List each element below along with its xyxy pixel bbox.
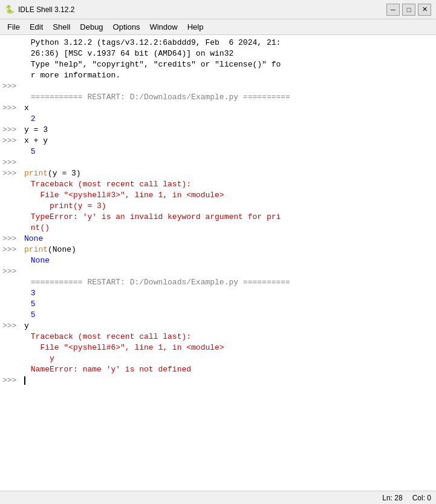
shell-line: Traceback (most recent call last): [0,332,436,342]
shell-line-content: print(None) [24,244,436,255]
menu-shell[interactable]: Shell [48,21,75,33]
shell-line: >>> [0,375,436,386]
shell-line: r more information. [0,70,436,81]
shell-prompt [0,353,31,364]
shell-line: None [0,255,436,266]
shell-prompt: >>> [0,103,24,114]
shell-line-content: 26:36) [MSC v.1937 64 bit (AMD64)] on wi… [31,48,436,59]
shell-prompt [0,179,31,190]
shell-line: Traceback (most recent call last): [0,179,436,190]
shell-prompt: >>> [0,266,24,277]
menu-options[interactable]: Options [108,21,145,33]
shell-line: y [0,353,436,364]
shell-prompt [0,223,31,234]
shell-line: Python 3.12.2 (tags/v3.12.2:6abddd9, Feb… [0,38,436,48]
shell-line-content: NameError: name 'y' is not defined [31,364,436,375]
shell-prompt [0,190,31,201]
shell-line: >>> [0,81,436,92]
shell-line-content: Python 3.12.2 (tags/v3.12.2:6abddd9, Feb… [31,38,436,48]
close-button[interactable]: ✕ [418,4,431,16]
title-bar-controls: ─ □ ✕ [386,4,431,16]
shell-prompt [0,114,31,125]
shell-prompt [0,212,31,223]
menu-file[interactable]: File [2,21,25,33]
shell-line-content: 3 [31,288,436,299]
shell-line-content: y [24,321,436,332]
shell-prompt [0,48,31,59]
shell-prompt [0,288,31,299]
shell-line: 5 [0,299,436,310]
main-area: Python 3.12.2 (tags/v3.12.2:6abddd9, Feb… [0,35,436,491]
shell-prompt [0,364,31,375]
shell-prompt: >>> [0,244,24,255]
shell-line: 5 [0,310,436,321]
shell-prompt [0,201,31,212]
shell-line-content: 5 [31,310,436,321]
shell-line-content: 5 [31,299,436,310]
shell-prompt: >>> [0,157,24,168]
shell-line-content: print(y = 3) [24,168,436,179]
shell-prompt [0,70,31,81]
shell-line-content [24,375,436,386]
shell-prompt: >>> [0,125,24,136]
shell-line: NameError: name 'y' is not defined [0,364,436,375]
shell-prompt [0,255,31,266]
title-bar: 🐍 IDLE Shell 3.12.2 ─ □ ✕ [0,0,436,19]
shell-line: >>> [0,157,436,168]
shell-line-content: y [31,353,436,364]
shell-line-content: Traceback (most recent call last): [31,332,436,342]
shell-content[interactable]: Python 3.12.2 (tags/v3.12.2:6abddd9, Feb… [0,35,436,491]
shell-line: File "<pyshell#6>", line 1, in <module> [0,342,436,353]
shell-line: TypeError: 'y' is an invalid keyword arg… [0,212,436,223]
shell-line-content: Type "help", "copyright", "credits" or "… [31,59,436,70]
shell-line: =========== RESTART: D:/Downloads/Exampl… [0,92,436,103]
line-number: Ln: 28 [382,494,402,502]
shell-line-content: 5 [31,146,436,157]
shell-line-content: None [24,234,436,244]
cursor [24,376,25,385]
shell-prompt [0,59,31,70]
app-icon: 🐍 [5,5,15,15]
shell-line: 3 [0,288,436,299]
menu-help[interactable]: Help [183,21,209,33]
shell-line-content: TypeError: 'y' is an invalid keyword arg… [31,212,436,223]
shell-prompt [0,299,31,310]
shell-line-content: =========== RESTART: D:/Downloads/Exampl… [31,277,436,288]
shell-prompt [0,277,31,288]
shell-line-content [24,157,436,168]
shell-line-content: None [31,255,436,266]
shell-line-content: File "<pyshell#6>", line 1, in <module> [31,342,436,353]
menu-edit[interactable]: Edit [25,21,48,33]
shell-line-content: y = 3 [24,125,436,136]
shell-line: >>> print(None) [0,244,436,255]
shell-line-content: =========== RESTART: D:/Downloads/Exampl… [31,92,436,103]
shell-line: >>> None [0,234,436,244]
shell-line-content [24,81,436,92]
shell-line: Type "help", "copyright", "credits" or "… [0,59,436,70]
shell-prompt [0,146,31,157]
shell-line: >>> x [0,103,436,114]
shell-prompt [0,342,31,353]
shell-prompt: >>> [0,168,24,179]
menu-bar: File Edit Shell Debug Options Window Hel… [0,19,436,35]
shell-line: >>> x + y [0,136,436,146]
shell-line-content: 2 [31,114,436,125]
status-bar: Ln: 28 Col: 0 [0,491,436,504]
shell-line: >>> y [0,321,436,332]
shell-prompt: >>> [0,234,24,244]
minimize-button[interactable]: ─ [386,4,400,16]
shell-line: 2 [0,114,436,125]
shell-line-content: x [24,103,436,114]
maximize-button[interactable]: □ [402,4,415,16]
shell-line-content: print(y = 3) [31,201,436,212]
shell-line: File "<pyshell#3>", line 1, in <module> [0,190,436,201]
title-bar-left: 🐍 IDLE Shell 3.12.2 [5,5,74,15]
menu-debug[interactable]: Debug [75,21,108,33]
shell-prompt [0,310,31,321]
shell-line-content: File "<pyshell#3>", line 1, in <module> [31,190,436,201]
shell-prompt: >>> [0,375,24,386]
shell-line-content [24,266,436,277]
shell-prompt [0,332,31,342]
col-number: Col: 0 [412,494,431,502]
menu-window[interactable]: Window [145,21,182,33]
